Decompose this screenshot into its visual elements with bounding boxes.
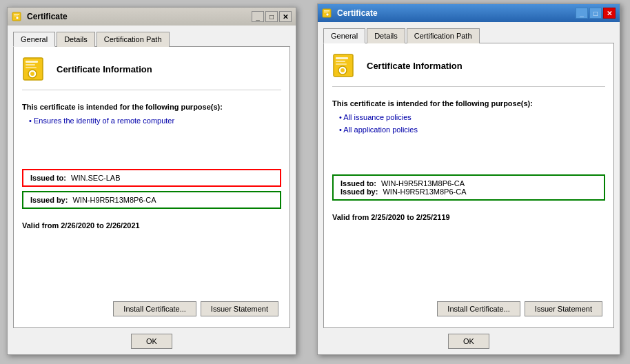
tab-cert-path-1[interactable]: Certification Path (96, 32, 170, 47)
cert-header-2: Certificate Information (332, 52, 605, 87)
cert-icon-2 (332, 52, 360, 79)
issued-to-value-2: WIN-H9R5R13M8P6-CA (381, 179, 465, 188)
cert-purpose-list-2: All issuance policies All application po… (332, 112, 605, 136)
valid-to-value-1: 2/26/2021 (106, 221, 140, 230)
dialog-icon-2 (322, 8, 333, 19)
svg-rect-16 (336, 61, 345, 62)
cert-valid-1: Valid from 2/26/2020 to 2/26/2021 (22, 221, 281, 230)
minimize-btn-2[interactable]: _ (576, 8, 588, 19)
svg-rect-11 (324, 10, 329, 12)
tab-details-1[interactable]: Details (57, 32, 95, 47)
issued-by-value-2: WIN-H9R5R13M8P6-CA (383, 188, 466, 196)
issued-to-label-1: Issued to: (30, 174, 66, 182)
cert-purpose-item-2-1: All application policies (339, 124, 605, 136)
cert-icon-1 (22, 55, 50, 83)
svg-rect-1 (14, 14, 19, 15)
svg-rect-17 (336, 63, 347, 65)
maximize-btn-1[interactable]: □ (265, 11, 278, 22)
svg-rect-2 (14, 16, 18, 17)
svg-rect-7 (26, 67, 37, 68)
svg-point-9 (30, 72, 34, 76)
close-btn-2[interactable]: ✕ (603, 8, 616, 19)
bottom-buttons-1: Install Certificate... Issuer Statement (22, 296, 281, 319)
content-area-2: Certificate Information This certificate… (323, 43, 614, 328)
tab-cert-path-2[interactable]: Certification Path (407, 28, 480, 43)
svg-rect-12 (324, 12, 328, 13)
dialog-title-1: Certificate (27, 12, 68, 21)
maximize-btn-2[interactable]: □ (589, 8, 602, 19)
tab-general-1[interactable]: General (13, 32, 55, 47)
issuer-stmt-btn-1[interactable]: Issuer Statement (201, 301, 278, 316)
cert-purpose-item-1-0: Ensures the identity of a remote compute… (29, 115, 281, 128)
cert-purpose-item-2-0: All issuance policies (339, 112, 605, 124)
tab-details-2[interactable]: Details (367, 28, 405, 43)
tab-bar-2: General Details Certification Path (323, 28, 614, 43)
issued-to-label-2: Issued to: (341, 179, 376, 188)
cert-fields-2: Issued to: WIN-H9R5R13M8P6-CA Issued by:… (332, 174, 605, 201)
cert-purpose-2: This certificate is intended for the fol… (332, 99, 605, 163)
install-cert-btn-2[interactable]: Install Certificate... (437, 301, 520, 316)
dialog-body-1: General Details Certification Path (8, 26, 296, 354)
cert-header-1: Certificate Information (22, 55, 281, 90)
issued-to-value-1: WIN.SEC-LAB (71, 174, 121, 182)
certificate-dialog-1: Certificate _ □ ✕ General Details Certif… (7, 7, 296, 355)
title-bar-1: Certificate _ □ ✕ (8, 8, 296, 26)
issuer-stmt-btn-2[interactable]: Issuer Statement (525, 301, 602, 316)
issued-by-label-1: Issued by: (30, 196, 68, 204)
cert-purpose-label-1: This certificate is intended for the fol… (22, 103, 281, 111)
valid-to-label-2: to (407, 213, 414, 221)
issued-by-box-1: Issued by: WIN-H9R5R13M8P6-CA (22, 191, 281, 209)
svg-point-13 (326, 13, 329, 16)
bottom-buttons-2: Install Certificate... Issuer Statement (332, 296, 605, 319)
valid-from-label-2: Valid from (332, 213, 369, 221)
dialog-title-2: Certificate (337, 8, 378, 18)
cert-info-title-2: Certificate Information (367, 61, 463, 71)
certificate-dialog-2: Certificate _ □ ✕ General Details Certif… (317, 3, 620, 355)
dialog-icon-1 (12, 11, 23, 22)
issued-to-box-1: Issued to: WIN.SEC-LAB (22, 169, 281, 187)
cert-valid-2: Valid from 2/25/2020 to 2/25/2119 (332, 213, 605, 221)
svg-point-19 (341, 68, 345, 72)
cert-purpose-list-1: Ensures the identity of a remote compute… (22, 115, 281, 128)
valid-from-value-2: 2/25/2020 (371, 213, 405, 221)
install-cert-btn-1[interactable]: Install Certificate... (113, 301, 196, 316)
valid-from-label-1: Valid from (22, 221, 59, 230)
cert-purpose-label-2: This certificate is intended for the fol… (332, 99, 605, 108)
ok-btn-1[interactable]: OK (131, 334, 172, 349)
valid-to-label-1: to (96, 221, 103, 230)
ok-btn-2[interactable]: OK (448, 334, 489, 349)
issued-by-label-2: Issued by: (341, 188, 378, 196)
content-area-1: Certificate Information This certificate… (13, 47, 290, 328)
issued-to-box-2: Issued to: WIN-H9R5R13M8P6-CA Issued by:… (332, 174, 605, 201)
desktop: Certificate _ □ ✕ General Details Certif… (0, 0, 630, 364)
dialog-body-2: General Details Certification Path (318, 22, 620, 354)
svg-rect-6 (26, 64, 35, 65)
close-btn-1[interactable]: ✕ (279, 11, 292, 22)
tab-general-2[interactable]: General (323, 28, 365, 43)
cert-fields-1: Issued to: WIN.SEC-LAB Issued by: WIN-H9… (22, 169, 281, 209)
minimize-btn-1[interactable]: _ (252, 11, 264, 22)
issued-by-value-1: WIN-H9R5R13M8P6-CA (72, 196, 156, 204)
cert-info-title-1: Certificate Information (57, 64, 152, 74)
valid-to-value-2: 2/25/2119 (416, 213, 450, 221)
svg-rect-5 (26, 61, 38, 63)
title-bar-2: Certificate _ □ ✕ (318, 4, 620, 22)
svg-point-3 (16, 17, 19, 19)
cert-purpose-1: This certificate is intended for the fol… (22, 103, 281, 158)
tab-bar-1: General Details Certification Path (13, 31, 290, 47)
svg-rect-15 (336, 57, 348, 59)
valid-from-value-1: 2/26/2020 (61, 221, 94, 230)
